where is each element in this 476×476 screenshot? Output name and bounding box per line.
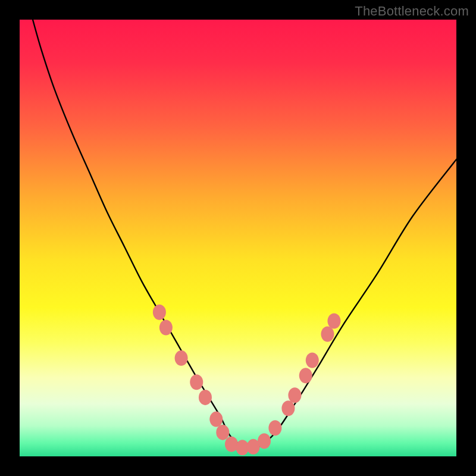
curve-marker xyxy=(299,368,312,383)
curve-marker xyxy=(306,353,319,368)
gradient-background xyxy=(20,20,456,456)
bottleneck-chart xyxy=(20,20,456,456)
chart-stage: TheBottleneck.com xyxy=(0,0,476,476)
curve-marker xyxy=(281,400,295,416)
curve-marker xyxy=(199,390,212,405)
curve-marker xyxy=(175,350,188,366)
curve-marker xyxy=(190,374,203,390)
watermark-text: TheBottleneck.com xyxy=(355,4,469,19)
curve-marker xyxy=(216,425,229,440)
curve-marker xyxy=(288,387,301,403)
curve-marker xyxy=(209,412,223,427)
curve-marker xyxy=(321,326,334,342)
curve-marker xyxy=(327,313,340,328)
curve-marker xyxy=(268,420,281,436)
curve-marker xyxy=(153,305,166,320)
curve-marker xyxy=(159,320,173,335)
curve-marker xyxy=(258,433,271,449)
